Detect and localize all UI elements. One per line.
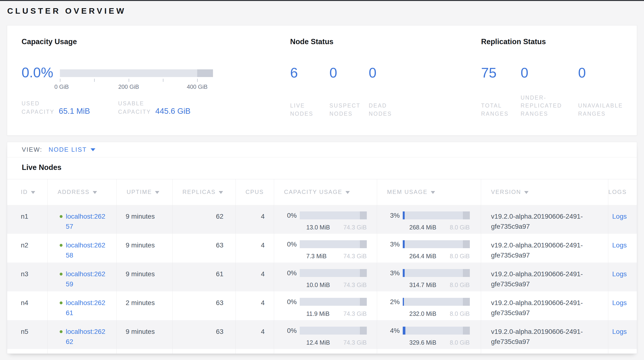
mem-meter-fill (403, 269, 405, 277)
table-row: n3 localhost:26259 9 minutes 61 4 0% 10.… (7, 263, 637, 291)
dead-nodes-label: DEAD NODES (369, 102, 392, 118)
column-label: LOGS (608, 189, 627, 195)
capacity-total-value: 74.3 GiB (343, 223, 366, 232)
label-line: UNDER- (520, 94, 578, 102)
node-replicas-cell: 63 (172, 234, 236, 263)
chevron-down-icon (90, 148, 95, 151)
mem-meter-fill (403, 240, 405, 248)
column-label: CPUS (246, 189, 264, 195)
node-replicas: 63 (216, 328, 223, 335)
column-header-mem-usage[interactable]: MEM USAGE (377, 179, 481, 205)
node-list-card: VIEW: NODE LIST Live Nodes ID ADDRESS UP… (7, 142, 637, 354)
label-line: NODES (290, 110, 330, 118)
mem-percent: 2% (388, 298, 403, 306)
node-cpus-cell: 4 (236, 291, 274, 320)
node-address-link[interactable]: localhost:26257 (66, 212, 108, 232)
used-capacity-value: 65.1 MiB (59, 106, 90, 116)
capacity-percent: 0% (284, 212, 300, 219)
node-replicas-cell: 61 (172, 263, 236, 291)
node-cpus-cell: 4 (236, 205, 274, 234)
axis-tick (129, 79, 129, 82)
node-logs-link[interactable]: Logs (612, 241, 627, 249)
live-nodes-table: ID ADDRESS UPTIME REPLICAS CPUS CAPACITY… (7, 179, 637, 354)
column-label: UPTIME (127, 189, 152, 195)
live-nodes-label: LIVE NODES (290, 102, 330, 118)
node-id: n2 (21, 241, 28, 249)
column-label: CAPACITY USAGE (284, 189, 342, 195)
node-id-cell: n4 (7, 291, 48, 320)
sort-arrow-icon (219, 191, 223, 194)
node-logs-cell: Logs (608, 263, 637, 291)
axis-tick (197, 79, 198, 82)
node-address-link[interactable]: localhost:26258 (66, 240, 108, 260)
under-replicated-ranges-label: UNDER- REPLICATED RANGES (520, 94, 578, 118)
mem-used-value: 329.6 MiB (403, 338, 436, 347)
label-line: SUSPECT (330, 102, 369, 110)
capacity-meter-track (300, 240, 367, 248)
sort-arrow-icon (431, 191, 435, 194)
sort-arrow-icon (524, 191, 528, 194)
node-logs-link[interactable]: Logs (612, 328, 627, 335)
node-address-link[interactable]: localhost:26259 (66, 269, 108, 289)
node-live-status-icon (60, 273, 62, 276)
node-id: n4 (21, 299, 28, 306)
mem-meter-reserved-segment (463, 327, 470, 334)
replication-status-section: Replication Status 75 0 0 TOTAL RANGES U… (481, 26, 634, 135)
column-header-id[interactable]: ID (7, 179, 48, 205)
column-label: REPLICAS (182, 189, 216, 195)
node-uptime: 9 minutes (126, 270, 155, 278)
node-cpus: 4 (261, 328, 265, 335)
usable-capacity-label: USABLE CAPACITY (118, 99, 151, 116)
label-line: NODES (330, 110, 369, 118)
node-uptime-cell: 9 minutes (116, 263, 172, 291)
under-replicated-ranges-count: 0 (520, 65, 578, 80)
node-version: v19.2.0-alpha.20190606-2491-gfe735c9a97 (491, 327, 598, 347)
mem-percent: 4% (388, 327, 403, 334)
replication-status-title: Replication Status (481, 38, 546, 46)
node-logs-link[interactable]: Logs (612, 299, 627, 306)
capacity-meter-track (300, 298, 367, 306)
sort-arrow-icon (346, 191, 350, 194)
node-replicas-cell: 63 (172, 291, 236, 320)
usable-capacity-stat: USABLE CAPACITY 445.6 GiB (118, 99, 190, 116)
node-mem-usage-cell: 4% 329.6 MiB 8.0 GiB (377, 320, 481, 349)
axis-tick (163, 79, 164, 82)
capacity-used-value: 13.0 MiB (300, 223, 330, 232)
node-capacity-usage-cell: 0% 11.9 MiB 74.3 GiB (274, 291, 377, 320)
cluster-summary-card: Capacity Usage 0.0% 0 GiB 200 GiB 400 Gi… (7, 25, 637, 136)
column-header-address[interactable]: ADDRESS (48, 179, 116, 205)
capacity-meter-reserved-segment (360, 298, 367, 306)
view-mode-dropdown[interactable]: NODE LIST (49, 146, 96, 153)
node-uptime-cell: 9 minutes (116, 234, 172, 263)
node-logs-link[interactable]: Logs (612, 270, 627, 278)
node-version: v19.2.0-alpha.20190606-2491-gfe735c9a97 (491, 298, 598, 318)
node-address-link[interactable]: localhost:26261 (66, 298, 108, 318)
column-label: ID (21, 189, 28, 195)
column-header-logs: LOGS (608, 179, 637, 205)
column-header-cpus: CPUS (236, 179, 274, 205)
column-header-replicas[interactable]: REPLICAS (172, 179, 236, 205)
node-version: v19.2.0-alpha.20190606-2491-gfe735c9a97 (491, 240, 598, 260)
node-status-title: Node Status (290, 38, 334, 46)
node-logs-link[interactable]: Logs (612, 213, 627, 220)
capacity-total-value: 74.3 GiB (343, 281, 366, 290)
label-line: RANGES (520, 110, 578, 118)
column-header-capacity-usage[interactable]: CAPACITY USAGE (274, 179, 377, 205)
used-capacity-label: USED CAPACITY (22, 99, 54, 116)
view-mode-selected: NODE LIST (49, 146, 87, 153)
replication-status-labels: TOTAL RANGES UNDER- REPLICATED RANGES UN… (481, 94, 623, 118)
node-replicas: 63 (216, 299, 223, 306)
column-header-uptime[interactable]: UPTIME (116, 179, 172, 205)
node-id: n1 (21, 213, 28, 220)
node-live-status-icon (60, 244, 62, 247)
live-nodes-count: 6 (290, 65, 330, 80)
node-uptime: 2 minutes (126, 299, 155, 306)
node-cpus: 4 (261, 299, 265, 306)
node-address-link[interactable]: localhost:26262 (66, 327, 108, 347)
mem-meter-track (403, 327, 470, 334)
column-header-version[interactable]: VERSION (481, 179, 608, 205)
node-capacity-usage-cell: 0% 7.3 MiB 74.3 GiB (274, 234, 377, 263)
unavailable-ranges-count: 0 (578, 65, 586, 80)
node-live-status-icon (60, 301, 62, 304)
node-capacity-usage-cell: 0% 12.4 MiB 74.3 GiB (274, 320, 377, 349)
